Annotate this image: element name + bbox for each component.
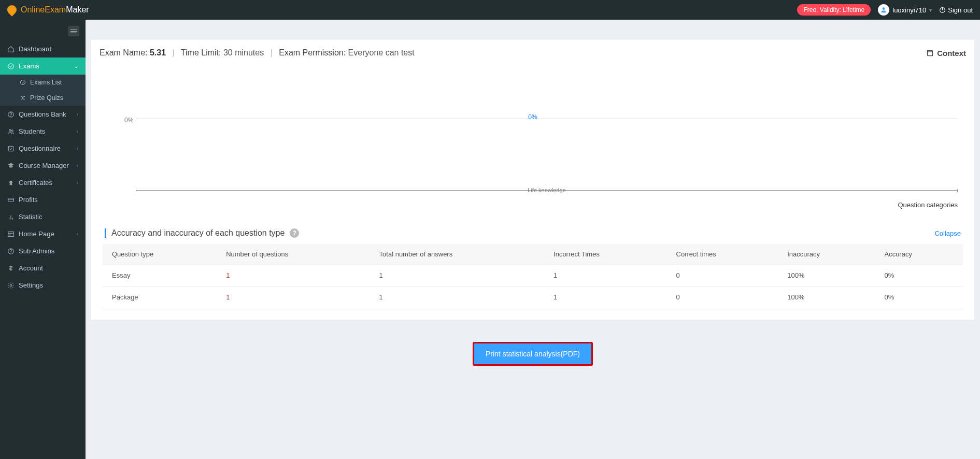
sidebar-item-label: Sub Admins xyxy=(19,247,54,255)
cell-type: Essay xyxy=(103,265,217,286)
cell-nq: 1 xyxy=(217,265,370,286)
sidebar-item-label: Statistic xyxy=(19,213,42,221)
chart-data-label: 0% xyxy=(528,113,537,121)
cell-incorrect: 1 xyxy=(544,286,667,308)
svg-rect-11 xyxy=(8,198,14,202)
col-inaccuracy: Inaccuracy xyxy=(778,244,875,265)
print-pdf-button[interactable]: Print statistical analysis(PDF) xyxy=(473,342,593,366)
chart-category: Life knowledge xyxy=(528,187,565,193)
topbar-right: Free, Validity: Lifetime luoxinyi710 ▾ S… xyxy=(797,4,973,16)
separator: | xyxy=(173,48,175,57)
exam-name-value: 5.31 xyxy=(150,48,166,57)
cell-inaccuracy: 100% xyxy=(778,265,875,286)
sidebar-item-statistic[interactable]: Statistic xyxy=(0,208,86,225)
signout-button[interactable]: Sign out xyxy=(939,6,973,14)
graduation-cap-icon xyxy=(7,162,15,169)
section-title: Accuracy and inaccuracy of each question… xyxy=(105,228,299,238)
brand-text: OnlineExamMaker xyxy=(21,5,89,15)
sidebar-item-exams[interactable]: Exams ⌄ xyxy=(0,58,86,75)
sidebar-item-sub-admins[interactable]: Sub Admins xyxy=(0,242,86,260)
sidebar-item-course-manager[interactable]: Course Manager ‹ xyxy=(0,157,86,174)
svg-rect-9 xyxy=(8,146,13,151)
section-header: Accuracy and inaccuracy of each question… xyxy=(105,218,961,244)
sidebar-sub-exams-list[interactable]: Exams List xyxy=(0,75,86,90)
card-header: Exam Name: 5.31 | Time Limit: 30 minutes… xyxy=(91,40,974,66)
chevron-left-icon: ‹ xyxy=(77,128,78,134)
sidebar-item-questionnaire[interactable]: Questionnaire ‹ xyxy=(0,140,86,157)
bar-chart-icon xyxy=(7,213,15,221)
brand-text-a: OnlineExam xyxy=(21,5,66,14)
exam-meta: Exam Name: 5.31 | Time Limit: 30 minutes… xyxy=(100,48,415,58)
collapse-link[interactable]: Collapse xyxy=(934,229,961,237)
credit-card-icon xyxy=(7,196,15,204)
user-menu[interactable]: luoxinyi710 ▾ xyxy=(878,4,932,16)
cell-answers: 1 xyxy=(370,286,544,308)
cell-accuracy: 0% xyxy=(875,265,963,286)
sidebar-item-students[interactable]: Students ‹ xyxy=(0,123,86,140)
brand[interactable]: OnlineExamMaker xyxy=(7,5,89,15)
cell-correct: 0 xyxy=(667,265,778,286)
sidebar-item-profits[interactable]: Profits xyxy=(0,191,86,208)
sidebar-item-home-page[interactable]: Home Page ‹ xyxy=(0,225,86,242)
avatar xyxy=(878,4,889,16)
col-total-answers: Total number of answers xyxy=(370,244,544,265)
sidebar-item-label: Settings xyxy=(19,281,43,289)
accuracy-table: Question type Number of questions Total … xyxy=(103,244,963,308)
sidebar-item-label: Exams xyxy=(19,62,39,70)
chevron-left-icon: ‹ xyxy=(77,111,78,117)
sidebar-item-label: Course Manager xyxy=(19,162,69,169)
layout-icon xyxy=(7,231,15,238)
chart: 0% 0% Life knowledge Question categories xyxy=(91,66,974,218)
brand-icon xyxy=(5,3,18,16)
sidebar-item-label: Profits xyxy=(19,196,38,204)
sidebar-item-label: Account xyxy=(19,264,43,272)
home-icon xyxy=(7,46,15,53)
shuffle-icon xyxy=(20,95,26,101)
sidebar-item-settings[interactable]: Settings xyxy=(0,277,86,294)
print-wrap: Print statistical analysis(PDF) xyxy=(91,332,975,376)
help-circle-icon xyxy=(7,111,15,118)
context-button[interactable]: Context xyxy=(926,49,966,58)
svg-rect-16 xyxy=(8,232,14,236)
cell-answers: 1 xyxy=(370,265,544,286)
sidebar: Dashboard Exams ⌄ Exams List Prize Quizs… xyxy=(0,20,86,459)
separator: | xyxy=(271,48,273,57)
chart-x-axis: Life knowledge xyxy=(136,190,958,191)
sidebar-item-questions-bank[interactable]: Questions Bank ‹ xyxy=(0,106,86,123)
svg-point-0 xyxy=(883,7,885,10)
section-title-text: Accuracy and inaccuracy of each question… xyxy=(111,228,285,238)
check-circle-icon xyxy=(20,79,26,85)
main: Exam Name: 5.31 | Time Limit: 30 minutes… xyxy=(86,20,980,459)
context-label: Context xyxy=(937,49,966,58)
col-correct: Correct times xyxy=(667,244,778,265)
help-icon[interactable]: ? xyxy=(290,228,299,238)
time-limit-label: Time Limit: xyxy=(181,48,223,57)
signout-label: Sign out xyxy=(948,6,973,14)
sidebar-item-label: Certificates xyxy=(19,179,52,187)
sidebar-item-label: Students xyxy=(19,127,45,135)
col-incorrect: Incorrect Times xyxy=(544,244,667,265)
chart-y-tick: 0% xyxy=(124,117,133,124)
username: luoxinyi710 xyxy=(892,6,926,14)
time-limit-value: 30 minutes xyxy=(223,48,264,57)
svg-point-6 xyxy=(11,116,11,116)
col-num-questions: Number of questions xyxy=(217,244,370,265)
chevron-left-icon: ‹ xyxy=(77,180,78,185)
svg-point-7 xyxy=(9,129,11,131)
topbar: OnlineExamMaker Free, Validity: Lifetime… xyxy=(0,0,980,20)
chart-body: 0% 0% Life knowledge xyxy=(104,70,962,197)
plan-badge[interactable]: Free, Validity: Lifetime xyxy=(797,4,871,16)
users-icon xyxy=(7,128,15,135)
sidebar-item-label: Home Page xyxy=(19,230,54,238)
sidebar-item-certificates[interactable]: Certificates ‹ xyxy=(0,174,86,191)
col-question-type: Question type xyxy=(103,244,217,265)
sidebar-item-label: Questions Bank xyxy=(19,110,66,118)
sidebar-toggle[interactable] xyxy=(68,26,79,36)
sidebar-item-dashboard[interactable]: Dashboard xyxy=(0,40,86,58)
table-header-row: Question type Number of questions Total … xyxy=(103,244,963,265)
sidebar-item-account[interactable]: Account xyxy=(0,260,86,277)
sidebar-item-label: Dashboard xyxy=(19,45,52,53)
sidebar-sub-prize-quizs[interactable]: Prize Quizs xyxy=(0,90,86,106)
table-row: Essay 1 1 1 0 100% 0% xyxy=(103,265,963,286)
chevron-left-icon: ‹ xyxy=(77,231,78,237)
